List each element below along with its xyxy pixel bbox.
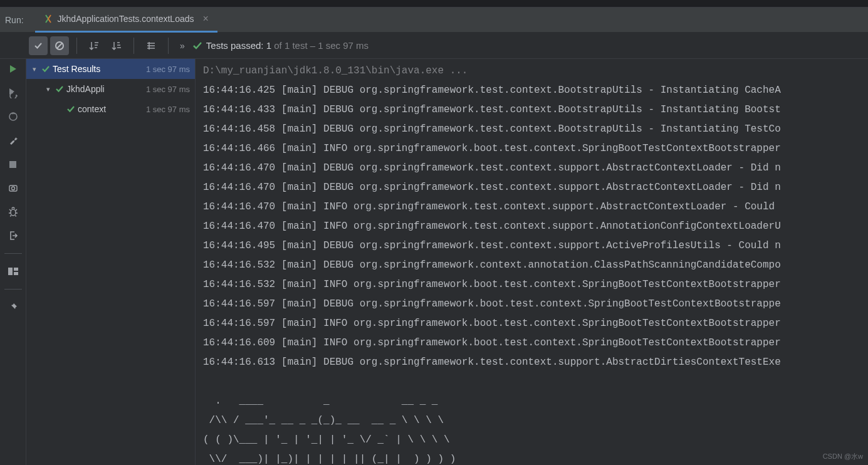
console-line: 16:44:16.532 [main] DEBUG org.springfram… <box>203 259 781 271</box>
sort-alpha-button[interactable] <box>85 36 103 55</box>
ascii-art-line: . ____ _ __ _ _ <box>203 395 437 407</box>
tree-class-time: 1 sec 97 ms <box>146 85 195 94</box>
ascii-art-line: ( ( )\___ | '_ | '_| | '_ \/ _` | \ \ \ … <box>203 434 450 446</box>
ascii-art-line: \\/ ___)| |_)| | | | | || (_| | ) ) ) ) <box>203 454 456 465</box>
console-line: 16:44:16.458 [main] DEBUG org.springfram… <box>203 123 781 135</box>
console-line: 16:44:16.425 [main] DEBUG org.springfram… <box>203 85 781 96</box>
ascii-art-line: /\\ / ___'_ __ _ _(_)_ __ __ _ \ \ \ \ <box>203 415 444 426</box>
chevron-down-icon[interactable]: ▾ <box>44 85 53 93</box>
separator <box>168 38 169 54</box>
pin-icon[interactable] <box>6 300 21 315</box>
console-line: 16:44:16.470 [main] DEBUG org.springfram… <box>203 162 781 174</box>
test-tree[interactable]: ▾ Test Results 1 sec 97 ms ▾ JkhdAppli 1… <box>26 59 196 465</box>
check-icon <box>41 65 50 73</box>
separator <box>76 38 77 54</box>
console-line: 16:44:16.495 [main] DEBUG org.springfram… <box>203 240 781 251</box>
tree-root-label: Test Results <box>53 64 100 74</box>
bug-icon[interactable] <box>6 204 21 219</box>
console-line: 16:44:16.470 [main] INFO org.springframe… <box>203 201 781 212</box>
run-config-icon <box>44 14 53 23</box>
chevron-down-icon[interactable]: ▾ <box>30 65 39 73</box>
tree-method-label: context <box>78 104 106 114</box>
show-passed-toggle[interactable] <box>29 36 48 55</box>
test-toolbar: » Tests passed: 1 of 1 test – 1 sec 97 m… <box>0 33 868 59</box>
console-line: 16:44:16.597 [main] DEBUG org.springfram… <box>203 298 781 310</box>
svg-point-5 <box>11 187 14 190</box>
run-tab-bar: Run: JkhdApplicationTests.contextLoads × <box>0 8 868 33</box>
show-ignored-toggle[interactable] <box>50 36 69 55</box>
tree-method-time: 1 sec 97 ms <box>146 105 195 114</box>
svg-point-2 <box>9 113 17 120</box>
console-command: D:\my_ruanjian\jdk1.8.0_131\bin\java.exe… <box>203 65 468 76</box>
run-config-title: JkhdApplicationTests.contextLoads <box>58 14 194 24</box>
console-line: 16:44:16.470 [main] INFO org.springframe… <box>203 221 781 232</box>
separator <box>133 38 134 54</box>
sort-duration-button[interactable] <box>107 36 126 55</box>
svg-rect-8 <box>14 268 18 271</box>
check-icon <box>66 105 75 113</box>
tree-node-method[interactable]: context 1 sec 97 ms <box>26 99 195 119</box>
rerun-button[interactable] <box>6 61 21 76</box>
console-line: 16:44:16.470 [main] DEBUG org.springfram… <box>203 182 781 193</box>
console-line: 16:44:16.613 [main] DEBUG org.springfram… <box>203 357 781 368</box>
status-suffix: of 1 test – 1 sec 97 ms <box>271 40 369 51</box>
svg-rect-9 <box>14 272 18 275</box>
tree-class-label: JkhdAppli <box>66 84 105 94</box>
svg-point-6 <box>11 209 16 216</box>
tree-root-time: 1 sec 97 ms <box>146 65 195 74</box>
console-output[interactable]: D:\my_ruanjian\jdk1.8.0_131\bin\java.exe… <box>196 59 868 465</box>
console-line: 16:44:16.532 [main] INFO org.springframe… <box>203 279 781 290</box>
exit-icon[interactable] <box>6 228 21 243</box>
toggle-auto-test-button[interactable] <box>6 109 21 124</box>
overflow-chevron[interactable]: » <box>180 41 185 51</box>
close-icon[interactable]: × <box>203 13 209 24</box>
left-gutter <box>0 59 26 465</box>
passed-count: 1 <box>266 40 271 51</box>
rerun-failed-button[interactable] <box>6 85 21 100</box>
dump-threads-button[interactable] <box>6 180 21 196</box>
status-prefix: Tests passed: <box>206 40 266 51</box>
run-config-tab[interactable]: JkhdApplicationTests.contextLoads × <box>35 8 217 33</box>
title-bar-stub <box>0 0 868 8</box>
stop-button[interactable] <box>6 157 21 172</box>
watermark: CSDN @水w <box>823 452 863 461</box>
console-line: 16:44:16.433 [main] DEBUG org.springfram… <box>203 104 781 115</box>
expand-all-button[interactable] <box>142 36 160 55</box>
test-status: Tests passed: 1 of 1 test – 1 sec 97 ms <box>192 40 369 51</box>
tree-node-class[interactable]: ▾ JkhdAppli 1 sec 97 ms <box>26 79 195 99</box>
check-icon <box>55 85 64 93</box>
svg-line-1 <box>57 43 62 48</box>
wrench-icon[interactable] <box>6 133 21 148</box>
tree-root[interactable]: ▾ Test Results 1 sec 97 ms <box>26 59 195 79</box>
console-line: 16:44:16.609 [main] INFO org.springframe… <box>203 337 781 348</box>
console-line: 16:44:16.597 [main] INFO org.springframe… <box>203 318 781 329</box>
check-icon <box>192 41 202 51</box>
svg-rect-7 <box>8 268 13 275</box>
svg-rect-3 <box>9 161 16 168</box>
run-label: Run: <box>5 15 24 25</box>
layout-button[interactable] <box>6 264 21 279</box>
console-line: 16:44:16.466 [main] INFO org.springframe… <box>203 143 781 154</box>
